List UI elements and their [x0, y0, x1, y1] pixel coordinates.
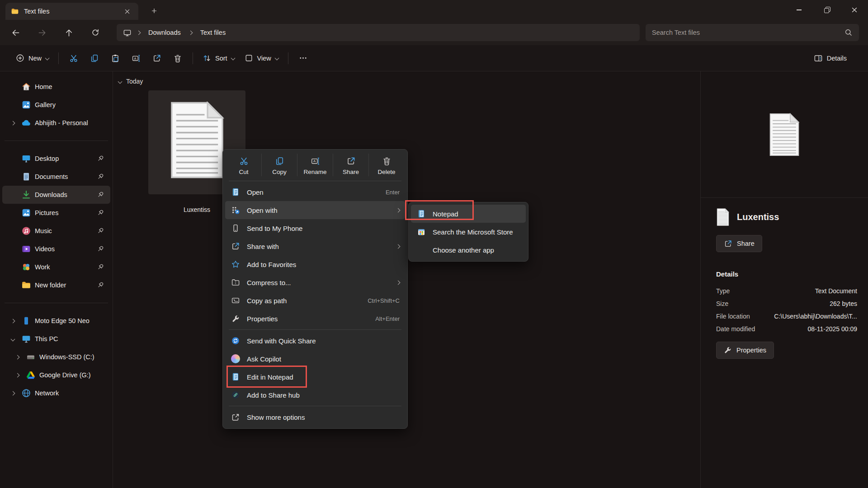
chevron-right-icon[interactable]: [14, 356, 20, 359]
explorer-tab[interactable]: Text files: [5, 3, 138, 20]
sidebar-item-windows-ssd[interactable]: Windows-SSD (C:): [2, 348, 110, 366]
path-icon: [231, 296, 241, 305]
share-button[interactable]: [146, 50, 167, 67]
share-quick-action[interactable]: Share: [333, 154, 368, 176]
copy-icon: [275, 156, 284, 166]
open-with-icon: [231, 205, 241, 215]
submenu-item-choose-another-app[interactable]: Choose another app: [411, 241, 526, 259]
menu-item-open-with[interactable]: Open with: [225, 201, 405, 219]
sidebar-item-gallery[interactable]: Gallery: [2, 96, 110, 114]
submenu-item-notepad[interactable]: Notepad: [411, 205, 526, 223]
sidebar-item-label: Desktop: [35, 155, 95, 162]
sidebar-item-network[interactable]: Network: [2, 384, 110, 402]
sidebar-item-google-drive[interactable]: Google Drive (G:): [2, 366, 110, 384]
menu-item-label: Show more options: [247, 413, 400, 421]
details-header: Details: [716, 270, 738, 278]
chevron-right-icon[interactable]: [9, 392, 16, 395]
minimize-button[interactable]: [785, 0, 813, 20]
tab-close-icon[interactable]: [121, 5, 133, 17]
home-icon: [21, 82, 31, 92]
close-icon: [852, 7, 857, 13]
sidebar-item-documents[interactable]: Documents: [2, 168, 110, 186]
view-icon: [245, 54, 253, 62]
cut-quick-action[interactable]: Cut: [226, 154, 261, 176]
see-more-button[interactable]: [293, 50, 314, 67]
breadcrumb-text-files[interactable]: Text files: [198, 28, 228, 38]
menu-item-add-to-favorites[interactable]: Add to Favorites: [225, 255, 405, 273]
sort-label: Sort: [215, 55, 227, 62]
sidebar-item-downloads[interactable]: Downloads: [2, 186, 110, 204]
sidebar-item-home[interactable]: Home: [2, 78, 110, 96]
delete-quick-action[interactable]: Delete: [368, 154, 404, 176]
chevron-right-icon[interactable]: [9, 122, 16, 125]
sidebar-item-moto-edge[interactable]: Moto Edge 50 Neo: [2, 312, 110, 330]
menu-item-edit-in-notepad[interactable]: Edit in Notepad: [225, 368, 405, 386]
details-share-button[interactable]: Share: [716, 235, 762, 252]
copy-button[interactable]: [84, 50, 105, 67]
new-tab-button[interactable]: [147, 4, 161, 18]
details-properties-button[interactable]: Properties: [716, 342, 774, 359]
menu-item-add-to-share-hub[interactable]: Add to Share hub: [225, 386, 405, 404]
refresh-button[interactable]: [86, 23, 104, 42]
this-pc-icon[interactable]: [123, 28, 132, 37]
menu-item-label: Ask Copilot: [247, 355, 400, 363]
breadcrumb[interactable]: Downloads Text files: [117, 24, 640, 41]
new-label: New: [28, 55, 42, 62]
chevron-down-icon[interactable]: [9, 338, 16, 341]
search-icon[interactable]: [844, 28, 853, 37]
menu-item-send-with-quick-share[interactable]: Send with Quick Share: [225, 332, 405, 350]
new-button[interactable]: New: [11, 50, 54, 67]
copy-quick-action[interactable]: Copy: [261, 154, 297, 176]
menu-item-send-to-my-phone[interactable]: Send to My Phone: [225, 219, 405, 237]
chevron-right-icon[interactable]: [9, 319, 16, 323]
sidebar-item-new-folder[interactable]: New folder: [2, 276, 110, 294]
breadcrumb-downloads[interactable]: Downloads: [146, 28, 184, 38]
sidebar-item-this-pc[interactable]: This PC: [2, 330, 110, 348]
menu-item-compress-to[interactable]: Compress to...: [225, 273, 405, 291]
sidebar-item-pictures[interactable]: Pictures: [2, 204, 110, 222]
rename-quick-action[interactable]: Rename: [297, 154, 333, 176]
this-pc-icon: [21, 334, 31, 344]
menu-item-show-more-options[interactable]: Show more options: [225, 408, 405, 426]
music-icon: [21, 226, 31, 236]
sort-button[interactable]: Sort: [198, 50, 240, 67]
forward-button[interactable]: [33, 23, 51, 42]
sidebar-item-work[interactable]: Work: [2, 258, 110, 276]
menu-item-properties[interactable]: Properties Alt+Enter: [225, 310, 405, 328]
rename-button[interactable]: [126, 50, 146, 67]
up-button[interactable]: [60, 23, 78, 42]
paste-button[interactable]: [105, 50, 126, 67]
submenu-item-search-microsoft-store[interactable]: Search the Microsoft Store: [411, 223, 526, 241]
search-input[interactable]: [652, 29, 844, 36]
search-box[interactable]: [646, 24, 859, 41]
downloads-icon: [21, 190, 31, 200]
details-file-name: Luxentiss: [737, 212, 779, 222]
maximize-button[interactable]: [813, 0, 840, 20]
details-pane-button[interactable]: Details: [809, 50, 852, 67]
sidebar-item-desktop[interactable]: Desktop: [2, 150, 110, 168]
chevron-right-icon[interactable]: [14, 374, 20, 377]
menu-item-open[interactable]: Open Enter: [225, 183, 405, 201]
chevron-right-icon[interactable]: [137, 30, 141, 35]
desktop-icon: [21, 154, 31, 164]
chevron-right-icon[interactable]: [188, 30, 193, 35]
drive-icon: [26, 352, 36, 362]
close-button[interactable]: [840, 0, 868, 20]
delete-button[interactable]: [167, 50, 188, 67]
sidebar-item-music[interactable]: Music: [2, 222, 110, 240]
sidebar-item-onedrive[interactable]: Abhijith - Personal: [2, 114, 110, 132]
rename-icon: [311, 156, 320, 166]
share-icon: [346, 156, 356, 166]
cut-button[interactable]: [63, 50, 84, 67]
back-button[interactable]: [6, 23, 24, 42]
menu-item-copy-as-path[interactable]: Copy as path Ctrl+Shift+C: [225, 291, 405, 310]
microsoft-store-icon: [416, 227, 426, 237]
sort-icon: [203, 54, 211, 62]
group-header-today[interactable]: Today: [118, 78, 143, 85]
menu-item-label: Add to Share hub: [247, 391, 400, 399]
sidebar-item-videos[interactable]: Videos: [2, 240, 110, 258]
menu-item-ask-copilot[interactable]: Ask Copilot: [225, 350, 405, 368]
menu-item-label: Copy as path: [247, 297, 362, 305]
menu-item-share-with[interactable]: Share with: [225, 237, 405, 255]
view-button[interactable]: View: [240, 50, 283, 67]
